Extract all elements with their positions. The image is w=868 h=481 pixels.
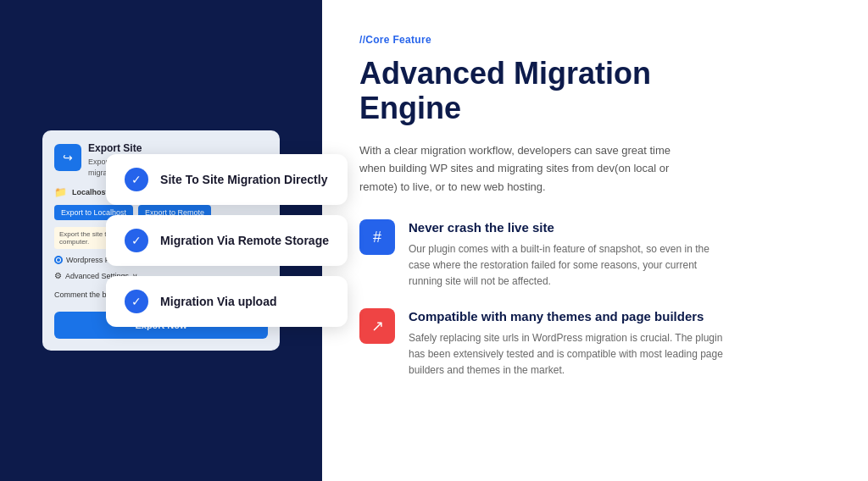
hashtag-icon: # — [373, 229, 381, 246]
feature-content-0: Never crash the live site Our plugin com… — [409, 219, 731, 290]
feature-title-0: Never crash the live site — [409, 219, 731, 236]
main-title: Advanced Migration Engine — [359, 56, 831, 126]
gear-icon: ⚙ — [54, 271, 62, 280]
main-title-line1: Advanced Migration — [359, 56, 651, 91]
feature-item-1: ↗ Compatible with many themes and page b… — [359, 308, 831, 379]
check-icon-2: ✓ — [125, 290, 148, 313]
left-panel: ↪ Export Site Export the site to localho… — [0, 0, 322, 481]
main-title-line2: Engine — [359, 91, 461, 125]
check-icon-0: ✓ — [125, 168, 148, 191]
feature-item-0: # Never crash the live site Our plugin c… — [359, 219, 831, 290]
option-card-0: ✓ Site To Site Migration Directly — [106, 154, 348, 205]
feature-desc-0: Our plugin comes with a built-in feature… — [409, 241, 731, 290]
radio-files-db-dot — [54, 256, 63, 264]
option-card-1: ✓ Migration Via Remote Storage — [106, 215, 348, 266]
core-feature-label: //Core Feature — [359, 34, 831, 46]
link-icon-box: ↗ — [359, 308, 395, 344]
option-label-2: Migration Via upload — [160, 295, 276, 308]
option-card-2: ✓ Migration Via upload — [106, 276, 348, 327]
folder-icon: 📁 — [54, 186, 67, 198]
feature-title-1: Compatible with many themes and page bui… — [409, 308, 731, 325]
hashtag-icon-box: # — [359, 219, 395, 255]
right-panel: //Core Feature Advanced Migration Engine… — [322, 0, 868, 481]
export-site-icon: ↪ — [54, 144, 81, 171]
feature-content-1: Compatible with many themes and page bui… — [409, 308, 731, 379]
plugin-title: Export Site — [88, 142, 268, 156]
options-container: ✓ Site To Site Migration Directly ✓ Migr… — [106, 154, 348, 327]
link-icon: ↗ — [371, 317, 384, 335]
main-desc: With a clear migration workflow, develop… — [359, 141, 698, 196]
option-label-0: Site To Site Migration Directly — [160, 173, 327, 186]
feature-desc-1: Safely replacing site urls in WordPress … — [409, 330, 731, 379]
option-label-1: Migration Via Remote Storage — [160, 234, 329, 247]
check-icon-1: ✓ — [125, 229, 148, 252]
